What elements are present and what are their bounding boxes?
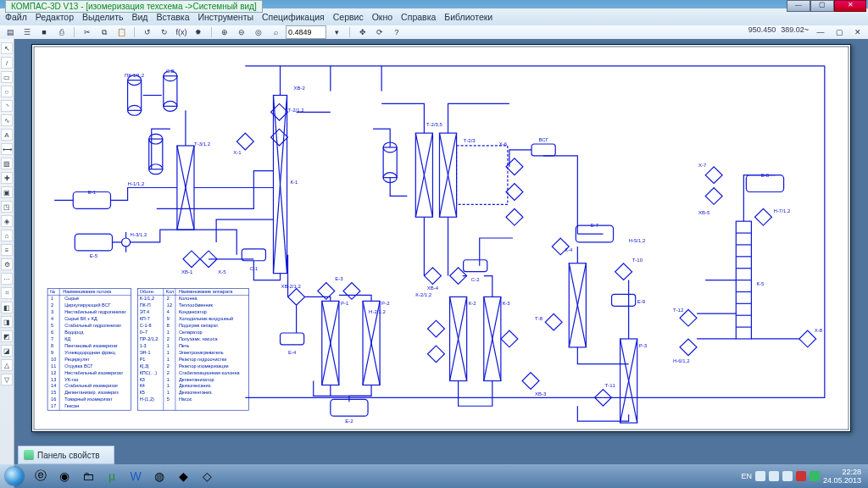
- tray-flag-icon[interactable]: [755, 471, 765, 481]
- minimize-button[interactable]: —: [787, 0, 810, 12]
- tool-g-icon[interactable]: ⋯: [1, 273, 13, 285]
- tray-action-icon[interactable]: [796, 471, 806, 481]
- menu-insert[interactable]: Вставка: [156, 12, 189, 22]
- tray-app-icon[interactable]: [810, 471, 820, 481]
- zoom-window-icon[interactable]: ⌕: [269, 25, 282, 39]
- tool-n-icon[interactable]: ▽: [1, 374, 13, 385]
- svg-text:№: №: [50, 289, 55, 294]
- paste-icon[interactable]: 📋: [114, 25, 128, 39]
- menu-tools[interactable]: Инструменты: [198, 12, 253, 22]
- tool-c-icon[interactable]: ◈: [1, 215, 13, 227]
- rect-icon[interactable]: ▭: [1, 71, 13, 83]
- line-icon[interactable]: /: [1, 57, 13, 69]
- maximize-button[interactable]: ▢: [810, 0, 834, 12]
- taskbar-app-chrome-icon[interactable]: ◉: [53, 466, 76, 486]
- tool-k-icon[interactable]: ◩: [1, 330, 13, 342]
- tool-i-icon[interactable]: ◧: [1, 302, 13, 313]
- svg-text:К-1: К-1: [291, 180, 299, 185]
- svg-text:ХВ-1: ХВ-1: [181, 269, 193, 274]
- svg-text:Нестабильный гидрогенизат: Нестабильный гидрогенизат: [64, 309, 126, 314]
- menu-edit[interactable]: Редактор: [36, 12, 74, 22]
- input-lang[interactable]: EN: [741, 472, 752, 480]
- svg-text:9: 9: [51, 350, 53, 355]
- tool-b-icon[interactable]: ◳: [1, 201, 13, 213]
- svg-text:2: 2: [167, 296, 170, 301]
- zoom-field[interactable]: [286, 25, 326, 39]
- tool-m-icon[interactable]: △: [1, 359, 13, 371]
- print-icon[interactable]: ⎙: [54, 25, 68, 39]
- cut-icon[interactable]: ✂: [81, 25, 94, 39]
- new-doc-icon[interactable]: ▤: [3, 25, 17, 39]
- symbol-icon[interactable]: ✚: [1, 172, 13, 184]
- circle-icon[interactable]: ○: [1, 86, 13, 97]
- menu-file[interactable]: Файл: [5, 12, 27, 22]
- help-icon[interactable]: ?: [390, 25, 403, 39]
- mdi-close-icon[interactable]: ✕: [851, 25, 865, 39]
- text-icon[interactable]: A: [1, 129, 13, 141]
- svg-text:14: 14: [51, 383, 56, 388]
- svg-text:1: 1: [167, 357, 170, 362]
- pan-icon[interactable]: ✥: [356, 25, 370, 39]
- open-icon[interactable]: ☰: [20, 25, 34, 39]
- menu-help[interactable]: Справка: [401, 12, 436, 22]
- svg-text:Водород: Водород: [64, 330, 84, 335]
- menu-view[interactable]: Вид: [131, 12, 147, 22]
- tray-volume-icon[interactable]: [782, 471, 793, 481]
- svg-text:Отдувка ВСГ: Отдувка ВСГ: [64, 363, 92, 369]
- taskbar-app-kompas-icon[interactable]: ◇: [195, 466, 219, 486]
- copy-icon[interactable]: ⧉: [97, 25, 111, 39]
- taskbar-clock[interactable]: 22:28 24.05.2013: [823, 468, 861, 485]
- tool-d-icon[interactable]: ⌂: [1, 230, 13, 241]
- undo-icon[interactable]: ↺: [141, 25, 154, 39]
- taskbar-app-utorrent-icon[interactable]: µ: [100, 466, 124, 486]
- menu-service[interactable]: Сервис: [333, 12, 364, 22]
- tool-a-icon[interactable]: ▣: [1, 186, 13, 198]
- taskbar-app-explorer-icon[interactable]: 🗀: [76, 466, 100, 486]
- formula-icon[interactable]: f(x): [175, 25, 188, 39]
- tool-j-icon[interactable]: ◨: [1, 316, 13, 328]
- tool-h-icon[interactable]: ⌗: [1, 287, 13, 299]
- taskbar-app-ie-icon[interactable]: ⓔ: [29, 466, 53, 486]
- mdi-restore-icon[interactable]: ▢: [832, 25, 846, 39]
- svg-text:11: 11: [51, 363, 56, 369]
- drawing-canvas[interactable]: ПК-1/1,2 С,В Т-3/1,2 Е-1 Н-1/1,2 Е-5 Н: [14, 39, 868, 488]
- taskbar-app-cad-icon[interactable]: ◆: [171, 466, 195, 486]
- taskbar-app-daemon-icon[interactable]: ◍: [147, 466, 171, 486]
- pointer-icon[interactable]: ↖: [1, 42, 13, 54]
- refresh-icon[interactable]: ⟳: [373, 25, 387, 39]
- close-button[interactable]: ✕: [834, 0, 866, 12]
- menu-libraries[interactable]: Библиотеки: [444, 12, 492, 22]
- svg-text:1: 1: [167, 330, 170, 335]
- taskbar-app-word-icon[interactable]: W: [124, 466, 147, 486]
- svg-text:2: 2: [167, 363, 170, 369]
- menu-spec[interactable]: Спецификация: [262, 12, 325, 22]
- svg-text:Р-2: Р-2: [381, 301, 390, 306]
- start-button[interactable]: [0, 464, 29, 488]
- zoom-all-icon[interactable]: ◎: [252, 25, 265, 39]
- windows-taskbar: ⓔ ◉ 🗀 µ W ◍ ◆ ◇ EN 22:28 24.05.2013: [0, 464, 868, 488]
- properties-panel-tab[interactable]: Панель свойств: [18, 446, 114, 464]
- svg-text:Е-9: Е-9: [637, 299, 646, 304]
- redo-icon[interactable]: ↻: [158, 25, 171, 39]
- svg-text:7: 7: [51, 336, 53, 341]
- zoom-out-icon[interactable]: ⊖: [235, 25, 248, 39]
- hatch-icon[interactable]: ▧: [1, 158, 13, 169]
- save-icon[interactable]: ■: [37, 25, 51, 39]
- svg-text:5: 5: [167, 396, 170, 402]
- lamp-icon[interactable]: ✹: [192, 25, 205, 39]
- tool-e-icon[interactable]: ≡: [1, 244, 13, 256]
- tray-network-icon[interactable]: [769, 471, 779, 481]
- menu-select[interactable]: Выделить: [82, 12, 123, 22]
- spline-icon[interactable]: ∿: [1, 114, 13, 126]
- svg-text:Деизопентаниз.: Деизопентаниз.: [179, 390, 214, 395]
- left-toolbox: ↖ / ▭ ○ ◝ ∿ A ⟷ ▧ ✚ ▣ ◳ ◈ ⌂ ≡ ⚙ ⋯ ⌗ ◧ ◨ …: [0, 39, 14, 488]
- chevron-down-icon[interactable]: ▾: [330, 25, 343, 39]
- dimension-icon[interactable]: ⟷: [1, 143, 13, 155]
- mdi-minimize-icon[interactable]: —: [814, 25, 827, 39]
- menu-window[interactable]: Окно: [372, 12, 392, 22]
- svg-text:Депентанизатор: Депентанизатор: [179, 377, 214, 382]
- zoom-in-icon[interactable]: ⊕: [218, 25, 231, 39]
- tool-l-icon[interactable]: ◪: [1, 345, 13, 357]
- tool-f-icon[interactable]: ⚙: [1, 258, 13, 270]
- arc-icon[interactable]: ◝: [1, 100, 13, 112]
